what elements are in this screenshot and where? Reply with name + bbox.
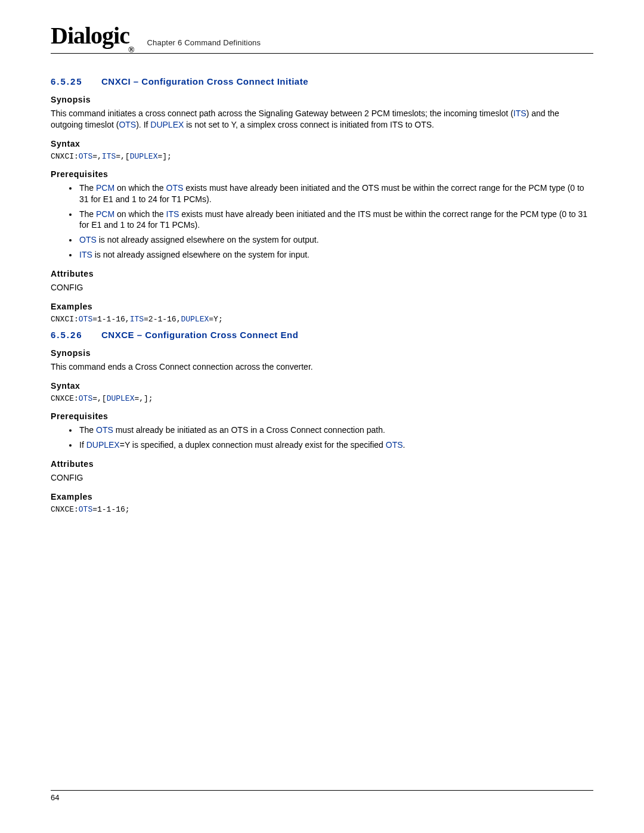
link-its[interactable]: ITS — [513, 109, 527, 118]
text: The — [79, 183, 96, 193]
prereq-label: Prerequisites — [51, 169, 593, 179]
brand-logo: Dialogic® — [51, 24, 135, 51]
page-footer: 64 — [51, 790, 593, 802]
section-heading-cnxce: 6.5.26CNXCE – Configuration Cross Connec… — [51, 330, 593, 340]
link-its[interactable]: ITS — [166, 209, 179, 219]
link-duplex[interactable]: DUPLEX — [181, 315, 209, 324]
code-text: =,[ — [92, 394, 106, 403]
synopsis-text: This command initiates a cross connect p… — [51, 108, 593, 131]
code-text: =,[ — [116, 152, 129, 161]
link-ots[interactable]: OTS — [119, 120, 136, 129]
link-its[interactable]: ITS — [130, 315, 144, 324]
list-item: ITS is not already assigned elsewhere on… — [78, 249, 593, 261]
attributes-text: CONFIG — [51, 282, 593, 293]
text: is not already assigned elsewhere on the… — [92, 250, 309, 259]
text: on which the — [114, 209, 166, 219]
code-text: =, — [92, 152, 102, 161]
attributes-label: Attributes — [51, 459, 593, 469]
text: must already be initiated as an OTS in a… — [113, 425, 385, 435]
prereq-label: Prerequisites — [51, 411, 593, 421]
code-text: =2-1-16, — [144, 315, 181, 324]
list-item: The PCM on which the ITS exists must hav… — [78, 209, 593, 231]
syntax-code: CNXCE:OTS=,[DUPLEX=,]; — [51, 394, 593, 403]
page-number: 64 — [51, 793, 59, 802]
syntax-code: CNXCI:OTS=,ITS=,[DUPLEX=]; — [51, 152, 593, 161]
logo-text: Dialogic — [51, 22, 129, 49]
code-text: CNXCE: — [51, 505, 79, 514]
section-heading-cnxci: 6.5.25CNXCI – Configuration Cross Connec… — [51, 76, 593, 86]
syntax-label: Syntax — [51, 139, 593, 148]
link-duplex[interactable]: DUPLEX — [150, 120, 184, 129]
text: is not set to Y, a simplex cross connect… — [184, 120, 434, 129]
examples-label: Examples — [51, 492, 593, 501]
text: on which the — [114, 183, 166, 193]
link-duplex[interactable]: DUPLEX — [130, 152, 158, 161]
registered-mark: ® — [128, 45, 134, 54]
section-title-text: CNXCI – Configuration Cross Connect Init… — [101, 76, 308, 86]
text: is not already assigned elsewhere on the… — [97, 235, 319, 244]
link-ots[interactable]: OTS — [386, 440, 403, 450]
link-ots[interactable]: OTS — [166, 183, 184, 193]
code-text: =Y; — [209, 315, 222, 324]
attributes-text: CONFIG — [51, 472, 593, 484]
text: ). If — [136, 120, 150, 129]
text: This command initiates a cross connect p… — [51, 109, 513, 118]
code-text: CNXCI: — [51, 152, 79, 161]
page-header: Dialogic® Chapter 6 Command Definitions — [51, 24, 593, 54]
examples-code: CNXCI:OTS=1-1-16,ITS=2-1-16,DUPLEX=Y; — [51, 315, 593, 324]
section-number: 6.5.26 — [51, 330, 101, 340]
list-item: If DUPLEX=Y is specified, a duplex conne… — [78, 439, 593, 451]
attributes-label: Attributes — [51, 269, 593, 278]
link-ots[interactable]: OTS — [79, 152, 92, 161]
section-number: 6.5.25 — [51, 76, 101, 86]
text: The — [79, 209, 96, 219]
prereq-list: The PCM on which the OTS exists must hav… — [51, 182, 593, 261]
link-duplex[interactable]: DUPLEX — [86, 440, 120, 450]
code-text: =,]; — [134, 394, 153, 403]
link-pcm[interactable]: PCM — [96, 209, 114, 219]
link-duplex[interactable]: DUPLEX — [107, 394, 135, 403]
examples-label: Examples — [51, 302, 593, 311]
link-ots[interactable]: OTS — [79, 235, 97, 244]
code-text: CNXCI: — [51, 315, 79, 324]
text: The — [79, 425, 96, 435]
examples-code: CNXCE:OTS=1-1-16; — [51, 505, 593, 514]
list-item: The OTS must already be initiated as an … — [78, 425, 593, 436]
chapter-label: Chapter 6 Command Definitions — [147, 38, 261, 51]
text: . — [403, 440, 405, 450]
list-item: OTS is not already assigned elsewhere on… — [78, 234, 593, 246]
synopsis-label: Synopsis — [51, 95, 593, 104]
prereq-list: The OTS must already be initiated as an … — [51, 425, 593, 451]
code-text: CNXCE: — [51, 394, 79, 403]
link-its[interactable]: ITS — [102, 152, 116, 161]
list-item: The PCM on which the OTS exists must hav… — [78, 182, 593, 205]
document-page: Dialogic® Chapter 6 Command Definitions … — [0, 0, 644, 514]
syntax-label: Syntax — [51, 381, 593, 391]
section-title-text: CNXCE – Configuration Cross Connect End — [101, 330, 298, 340]
code-text: =]; — [157, 152, 171, 161]
synopsis-text: This command ends a Cross Connect connec… — [51, 361, 593, 373]
text: =Y is specified, a duplex connection mus… — [120, 440, 386, 450]
code-text: =1-1-16; — [92, 505, 129, 514]
link-ots[interactable]: OTS — [79, 394, 92, 403]
link-pcm[interactable]: PCM — [96, 183, 114, 193]
link-ots[interactable]: OTS — [79, 315, 92, 324]
link-ots[interactable]: OTS — [79, 505, 92, 514]
code-text: =1-1-16, — [92, 315, 129, 324]
link-its[interactable]: ITS — [79, 250, 92, 259]
text: If — [79, 440, 86, 450]
link-ots[interactable]: OTS — [96, 425, 113, 435]
synopsis-label: Synopsis — [51, 348, 593, 358]
